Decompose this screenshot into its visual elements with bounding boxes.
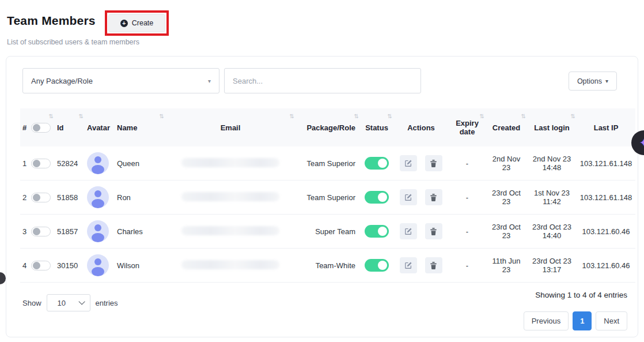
row-select-toggle[interactable] — [31, 159, 51, 168]
column-header-expiry-label: Expiry date — [456, 119, 479, 136]
expiry-date: - — [449, 146, 486, 181]
column-header-status[interactable]: Status ⇅ — [360, 108, 393, 146]
status-toggle[interactable] — [365, 225, 389, 238]
member-package: Team Superior — [296, 146, 360, 181]
table-footer: Show 10 entries Showing 1 to 4 of 4 entr… — [20, 291, 627, 342]
delete-button[interactable] — [425, 223, 442, 239]
column-header-name-label: Name — [117, 123, 137, 132]
edit-icon — [404, 193, 412, 201]
sort-icon: ⇅ — [79, 113, 84, 119]
column-header-email[interactable]: Email ⇅ — [165, 108, 296, 146]
plus-circle-icon: + — [120, 20, 128, 27]
table-row: 1 52824 Queen Team Superior — [20, 146, 635, 181]
member-id: 30150 — [55, 249, 85, 283]
caret-down-icon: ▾ — [208, 78, 211, 84]
email-redacted — [181, 192, 279, 201]
package-role-select[interactable]: Any Package/Role ▾ — [22, 68, 219, 93]
page-1-button[interactable]: 1 — [573, 311, 592, 330]
row-number: 2 — [22, 193, 26, 202]
filter-bar: Any Package/Role ▾ Options ▾ — [20, 68, 624, 95]
sort-icon: ⇅ — [290, 113, 294, 119]
create-button[interactable]: + Create — [108, 14, 166, 32]
member-name: Ron — [115, 181, 165, 215]
column-header-id-label: Id — [57, 123, 64, 132]
sort-icon: ⇅ — [388, 113, 392, 119]
search-input[interactable] — [224, 68, 421, 93]
row-select-toggle[interactable] — [31, 261, 51, 270]
delete-button[interactable] — [425, 257, 442, 273]
next-page-button[interactable]: Next — [596, 311, 627, 330]
previous-page-button[interactable]: Previous — [524, 311, 569, 330]
avatar — [87, 186, 109, 208]
team-members-page: Team Members + Create List of subscribed… — [0, 0, 644, 342]
column-header-created[interactable]: Created ⇅ — [486, 108, 527, 146]
caret-down-icon: ▾ — [605, 78, 608, 84]
edit-button[interactable] — [400, 223, 417, 239]
row-number: 1 — [22, 159, 26, 168]
members-table: # ⇅ Id ⇅ Avatar Name ⇅ — [20, 108, 635, 283]
delete-button[interactable] — [425, 189, 442, 205]
member-name: Wilson — [115, 249, 165, 283]
select-all-toggle[interactable] — [31, 123, 51, 133]
created-date: 23rd Oct 23 — [486, 215, 527, 249]
delete-button[interactable] — [425, 155, 442, 171]
column-header-expiry[interactable]: Expiry date ⇅ — [449, 108, 486, 146]
column-header-num[interactable]: # ⇅ — [20, 108, 55, 146]
member-id: 52824 — [55, 146, 85, 181]
page-size-value: 10 — [58, 299, 66, 307]
expiry-date: - — [449, 215, 486, 249]
options-button-label: Options — [577, 77, 602, 85]
table-row: 4 30150 Wilson Team-White — [20, 249, 635, 283]
page-subtitle: List of subscribed users & team members — [7, 38, 139, 46]
status-toggle[interactable] — [365, 157, 389, 170]
last-ip: 103.121.61.148 — [577, 181, 635, 215]
column-header-last-ip-label: Last IP — [594, 123, 619, 132]
column-header-name[interactable]: Name ⇅ — [115, 108, 165, 146]
trash-icon — [430, 193, 437, 201]
row-select-toggle[interactable] — [31, 227, 51, 236]
column-header-package-label: Package/Role — [306, 123, 355, 132]
avatar — [87, 220, 109, 242]
expiry-date: - — [449, 181, 486, 215]
column-header-actions: Actions — [393, 108, 449, 146]
column-header-last-login[interactable]: Last login ⇅ — [527, 108, 577, 146]
entries-label: entries — [96, 299, 118, 307]
create-button-label: Create — [132, 19, 154, 27]
edit-button[interactable] — [400, 257, 417, 273]
member-name: Charles — [115, 215, 165, 249]
row-select-toggle[interactable] — [31, 193, 51, 202]
members-card: Any Package/Role ▾ Options ▾ # — [6, 56, 638, 337]
column-header-package[interactable]: Package/Role ⇅ — [296, 108, 360, 146]
edit-button[interactable] — [400, 189, 417, 205]
email-redacted — [181, 260, 279, 269]
column-header-email-label: Email — [221, 123, 241, 132]
status-toggle[interactable] — [365, 191, 389, 204]
page-size-select[interactable]: 10 — [47, 294, 90, 311]
member-package: Team-White — [296, 249, 360, 283]
email-redacted — [181, 226, 279, 235]
last-ip: 103.121.61.148 — [577, 146, 635, 181]
column-header-status-label: Status — [365, 123, 388, 132]
trash-icon — [430, 159, 437, 167]
sort-icon: ⇅ — [160, 113, 164, 119]
trash-icon — [430, 227, 437, 235]
edit-button[interactable] — [400, 155, 417, 171]
page-header: Team Members + Create — [7, 10, 169, 36]
sort-icon: ⇅ — [49, 113, 54, 119]
options-button[interactable]: Options ▾ — [569, 72, 617, 91]
edit-icon — [404, 261, 412, 269]
last-login: 23rd Oct 23 13:17 — [527, 249, 577, 283]
sort-icon: ⇅ — [571, 113, 575, 119]
column-header-last-login-label: Last login — [534, 123, 569, 132]
column-header-last-ip[interactable]: Last IP — [577, 108, 635, 146]
edge-widget-dot[interactable] — [0, 272, 6, 284]
created-date: 11th Jun 23 — [486, 249, 527, 283]
member-name: Queen — [115, 146, 165, 181]
sparkle-icon: ✦ — [639, 136, 644, 149]
column-header-id[interactable]: Id ⇅ — [55, 108, 85, 146]
status-toggle[interactable] — [365, 259, 389, 272]
edit-icon — [404, 159, 412, 167]
table-header-row: # ⇅ Id ⇅ Avatar Name ⇅ — [20, 108, 635, 146]
column-header-avatar: Avatar — [85, 108, 115, 146]
avatar — [87, 152, 109, 174]
